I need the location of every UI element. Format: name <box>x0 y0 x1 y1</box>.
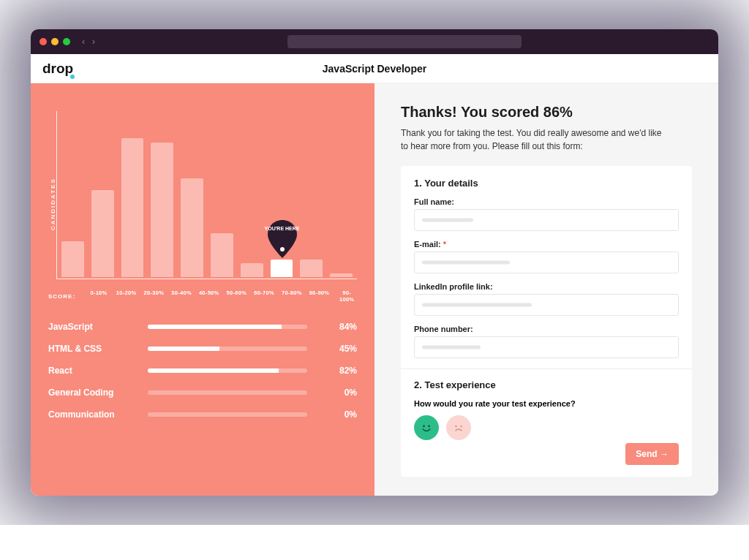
happy-face-icon <box>419 420 434 435</box>
bar-30-40% <box>151 143 173 277</box>
label-email: E-mail: * <box>414 240 679 249</box>
score-name: General Coding <box>48 387 136 398</box>
bar-50-60% <box>211 233 233 277</box>
tick-label: 30-40% <box>171 290 192 303</box>
rating-happy[interactable] <box>414 415 439 440</box>
tick-label: 80-90% <box>309 290 330 303</box>
svg-point-0 <box>280 247 285 251</box>
score-value: 0% <box>319 409 357 420</box>
score-name: React <box>48 366 136 376</box>
bar-20-30% <box>121 138 144 277</box>
score-row: General Coding0% <box>48 387 357 398</box>
browser-chrome: ‹ › <box>31 29 718 54</box>
brand-dot-icon <box>70 75 75 79</box>
distribution-chart: CANDIDATES YOU'RE HERE <box>48 111 357 279</box>
tick-label: 0-10% <box>89 290 109 303</box>
chart-x-label: SCORE: <box>48 293 75 300</box>
score-value: 45% <box>319 344 357 354</box>
app-window: ‹ › drop JavaScript Developer CANDIDATES <box>31 29 718 496</box>
score-name: JavaScript <box>48 322 136 332</box>
window-minimize-icon[interactable] <box>51 38 59 45</box>
rating-sad[interactable] <box>446 415 471 440</box>
score-breakdown: JavaScript84%HTML & CSS45%React82%Genera… <box>48 322 357 420</box>
tick-label: 60-70% <box>254 290 274 303</box>
marker-label: YOU'RE HERE <box>265 226 300 232</box>
sad-face-icon <box>451 420 466 435</box>
bar-90-100% <box>330 273 353 277</box>
score-value: 82% <box>319 366 357 376</box>
score-row: Communication0% <box>48 409 357 420</box>
input-email[interactable] <box>414 251 679 273</box>
score-bar <box>148 412 307 417</box>
bar-10-20% <box>91 190 114 277</box>
field-phone: Phone number: <box>414 325 679 358</box>
score-name: HTML & CSS <box>48 344 136 354</box>
tick-label: 20-30% <box>144 290 165 303</box>
bar-70-80% <box>271 260 293 277</box>
label-phone: Phone number: <box>414 325 679 333</box>
experience-question: How would you rate your test experience? <box>414 399 679 408</box>
result-title: Thanks! You scored 86% <box>401 104 692 121</box>
svg-point-1 <box>423 425 425 428</box>
label-full-name: Full name: <box>414 197 679 206</box>
bar-80-90% <box>300 260 323 277</box>
field-linkedin: LinkedIn profile link: <box>414 282 679 316</box>
score-row: React82% <box>48 366 357 376</box>
tick-label: 50-60% <box>227 290 247 303</box>
score-row: JavaScript84% <box>48 322 357 332</box>
score-bar <box>148 325 307 329</box>
score-value: 0% <box>319 387 357 398</box>
form-card: 1. Your details Full name: E-mail: * Lin… <box>401 166 692 477</box>
section-your-details: 1. Your details <box>414 178 679 189</box>
score-bar <box>148 390 307 395</box>
field-email: E-mail: * <box>414 240 679 273</box>
tick-label: 70-80% <box>282 290 302 303</box>
divider <box>401 368 692 369</box>
result-subtitle: Thank you for taking the test. You did r… <box>401 126 664 153</box>
page-title: JavaScript Developer <box>31 63 718 75</box>
score-bar <box>148 368 307 373</box>
nav-back-icon[interactable]: ‹ <box>82 37 85 47</box>
chart-y-label: CANDIDATES <box>48 111 56 279</box>
required-icon: * <box>443 240 446 249</box>
tick-label: 90-100% <box>336 290 357 303</box>
brand-logo: drop <box>42 61 73 77</box>
tick-label: 10-20% <box>116 290 137 303</box>
rating-faces <box>414 415 679 440</box>
you-are-here-marker: YOU'RE HERE <box>265 220 300 260</box>
input-linkedin[interactable] <box>414 294 679 316</box>
window-maximize-icon[interactable] <box>63 38 70 45</box>
section-test-experience: 2. Test experience <box>414 379 679 390</box>
score-name: Communication <box>48 409 136 420</box>
score-bar <box>148 347 307 351</box>
main-content: CANDIDATES YOU'RE HERE SCORE: 0-10%10-20… <box>31 83 718 496</box>
svg-point-2 <box>428 425 430 428</box>
top-bar: drop JavaScript Developer <box>31 54 718 83</box>
score-row: HTML & CSS45% <box>48 344 357 354</box>
input-full-name[interactable] <box>414 209 679 231</box>
send-button[interactable]: Send → <box>625 443 679 465</box>
field-full-name: Full name: <box>414 197 679 231</box>
nav-forward-icon[interactable]: › <box>92 37 95 47</box>
svg-point-4 <box>460 425 462 427</box>
bar-0-10% <box>61 241 84 277</box>
bar-60-70% <box>241 263 263 278</box>
window-close-icon[interactable] <box>39 38 47 45</box>
brand-text: drop <box>42 61 73 76</box>
label-linkedin: LinkedIn profile link: <box>414 282 679 291</box>
address-bar[interactable] <box>287 35 522 48</box>
bar-40-50% <box>181 178 203 277</box>
results-panel: CANDIDATES YOU'RE HERE SCORE: 0-10%10-20… <box>31 83 374 496</box>
score-value: 84% <box>319 322 357 332</box>
chart-area: YOU'RE HERE <box>56 111 357 279</box>
input-phone[interactable] <box>414 336 679 358</box>
svg-point-3 <box>455 425 456 427</box>
tick-label: 40-50% <box>199 290 219 303</box>
form-panel: Thanks! You scored 86% Thank you for tak… <box>374 83 718 496</box>
